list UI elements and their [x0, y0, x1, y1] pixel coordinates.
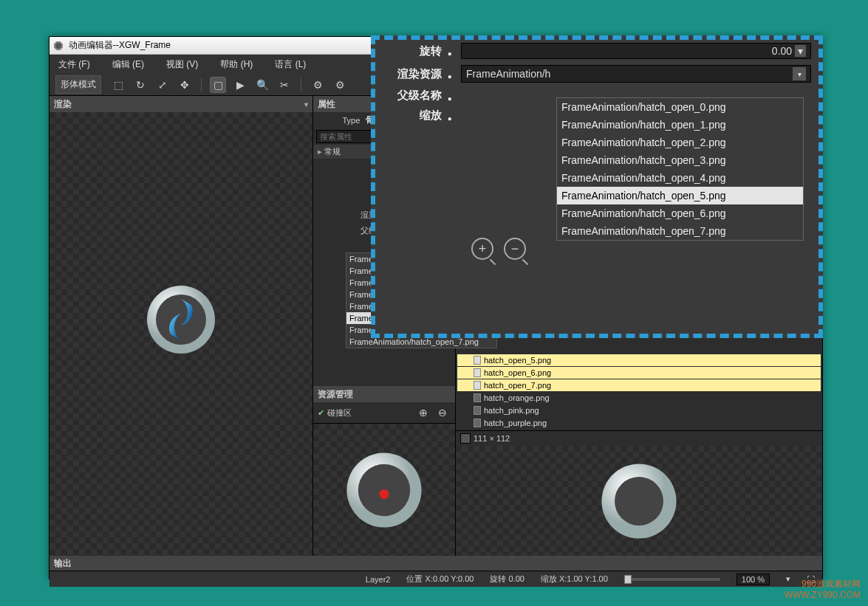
status-layer: Layer2	[366, 575, 391, 584]
tool-pointer-icon[interactable]: ⬚	[110, 77, 126, 93]
dropdown-item[interactable]: FrameAnimation/hatch_open_3.png	[557, 151, 803, 169]
status-pos: 位置 X:0.00 Y:0.00	[406, 574, 474, 585]
tool-rotate-icon[interactable]: ↻	[132, 77, 148, 93]
sprite-preview[interactable]	[144, 283, 218, 357]
file-icon	[474, 393, 481, 402]
status-rot: 旋转 0.00	[490, 574, 524, 585]
file-icon	[474, 406, 481, 415]
tool-bone1-icon[interactable]: ⚙	[310, 77, 326, 93]
app-icon	[52, 40, 64, 52]
status-scale: 缩放 X:1.00 Y:1.00	[541, 574, 608, 585]
expand-icon[interactable]	[460, 433, 471, 444]
output-panel-header[interactable]: 输出	[49, 556, 822, 571]
menu-view[interactable]: 视图 (V)	[162, 57, 202, 72]
tool-rect-icon[interactable]: ▢	[210, 77, 226, 93]
window-title: 动画编辑器--XGW_Frame	[69, 39, 171, 52]
svg-point-1	[156, 295, 206, 345]
menu-help[interactable]: 帮助 (H)	[216, 57, 257, 72]
zoom-slider[interactable]	[624, 578, 720, 581]
tool-cut-icon[interactable]: ✂	[276, 77, 293, 93]
zoom-out-icon[interactable]: −	[504, 238, 526, 260]
separator	[201, 78, 202, 92]
zoom-in-icon[interactable]: ⊕	[415, 404, 431, 421]
file-icon	[474, 368, 481, 377]
statusbar: Layer2 位置 X:0.00 Y:0.00 旋转 0.00 缩放 X:1.0…	[49, 571, 822, 587]
zoom-out-icon[interactable]: ⊖	[434, 404, 451, 421]
menu-lang[interactable]: 语言 (L)	[270, 57, 310, 72]
tree-item[interactable]: hatch_purple.png	[457, 417, 821, 429]
zoom-percent[interactable]: 100 %	[737, 574, 770, 585]
svg-point-6	[615, 477, 663, 526]
dropdown-item[interactable]: FrameAnimation/hatch_open_4.png	[557, 169, 803, 187]
tool-bone2-icon[interactable]: ⚙	[332, 77, 348, 93]
tool-arrow-icon[interactable]: ▶	[232, 77, 248, 93]
preview-panel: 111 × 112	[456, 430, 822, 556]
dropdown-item[interactable]: FrameAnimation/hatch_open_0.png	[557, 98, 803, 116]
file-icon	[474, 419, 481, 427]
mag-res-field[interactable]: FrameAnimation/h▾	[461, 65, 811, 83]
mode-label[interactable]: 形体模式	[55, 75, 101, 94]
tool-move-icon[interactable]: ✥	[177, 77, 193, 93]
chevron-down-icon[interactable]: ▾	[304, 100, 308, 109]
separator	[301, 78, 301, 92]
dropdown-item[interactable]: FrameAnimation/hatch_open_1.png	[557, 116, 803, 134]
mag-rot-field[interactable]: 0.00 ▾	[461, 43, 811, 59]
tree-item[interactable]: hatch_orange.png	[457, 392, 821, 404]
dropdown-item[interactable]: FrameAnimation/hatch_open_5.png	[557, 187, 803, 204]
mag-dropdown-list: FrameAnimation/hatch_open_0.pngFrameAnim…	[556, 97, 804, 241]
resmgr-canvas[interactable]	[313, 423, 455, 556]
dropdown-item[interactable]: FrameAnimation/hatch_open_6.png	[557, 204, 803, 222]
file-icon	[474, 381, 481, 390]
menu-edit[interactable]: 编辑 (E)	[108, 57, 148, 72]
chevron-down-icon: ▾	[795, 45, 806, 57]
tool-scale-icon[interactable]: ⤢	[154, 77, 171, 93]
menu-file[interactable]: 文件 (F)	[54, 57, 95, 72]
dropdown-icon[interactable]: ▾	[793, 67, 806, 80]
svg-point-4	[379, 489, 389, 498]
file-icon	[474, 356, 481, 365]
preview-sprite	[598, 461, 680, 542]
dropdown-item[interactable]: FrameAnimation/hatch_open_7.png	[557, 222, 803, 240]
watermark: 990游戏素材网WWW.ZY990.COM	[785, 579, 861, 602]
resource-sprite[interactable]	[344, 450, 425, 531]
tree-item[interactable]: hatch_pink.png	[457, 404, 821, 416]
resmgr-panel-header[interactable]: 资源管理	[313, 386, 455, 402]
render-canvas[interactable]	[49, 112, 312, 556]
magnifier-overlay: 旋转▪0.00 ▾ 渲染资源▪FrameAnimation/h▾ 父级名称▪ 缩…	[371, 35, 823, 338]
zoom-in-icon[interactable]: +	[471, 238, 493, 260]
tool-zoom-icon[interactable]: 🔍	[254, 77, 270, 93]
tree-item[interactable]: hatch_open_6.png	[457, 367, 821, 379]
render-panel-header[interactable]: 渲染 ▾	[49, 96, 312, 112]
tree-item[interactable]: hatch_open_5.png	[457, 354, 821, 366]
dropdown-item[interactable]: FrameAnimation/hatch_open_2.png	[557, 134, 803, 151]
tree-item[interactable]: hatch_open_7.png	[457, 379, 821, 391]
